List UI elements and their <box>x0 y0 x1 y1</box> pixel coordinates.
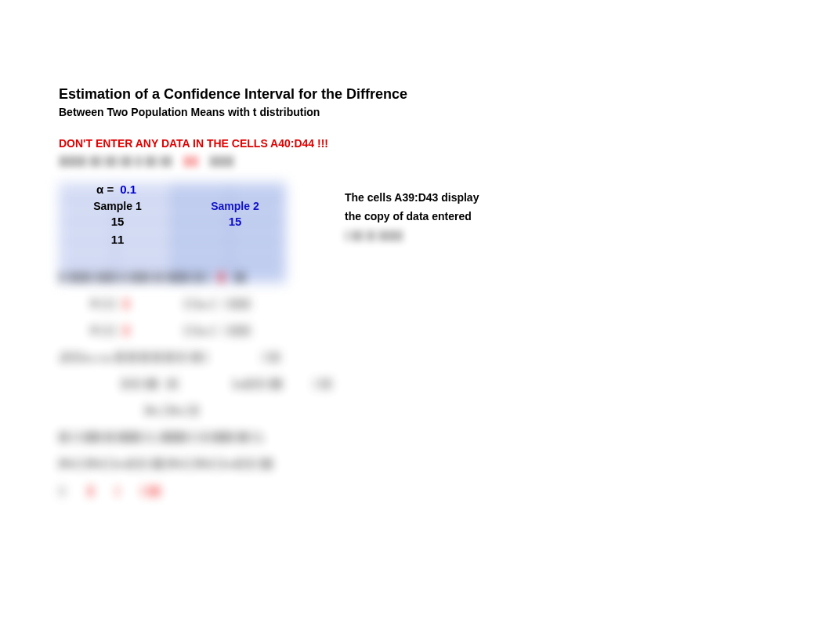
p1c: |₍ₙ₎|| || | |||| <box>233 377 283 389</box>
right-line-1: The cells A39:D43 display <box>345 191 479 204</box>
xbar-row-2: x̄ | | | || | | |₍ₙ₎ | | ||||||| <box>90 324 568 336</box>
res-a: || <box>59 483 65 497</box>
conf-b: ||| <box>217 270 226 283</box>
pair-row: || || | |||| |||| |₍ₙ₎|| || | |||| | |||… <box>121 377 568 389</box>
conf-line: || |||||||| ||||||| || ||||||| ||| |||||… <box>59 270 568 283</box>
alpha-value[interactable]: 0.1 <box>120 183 136 196</box>
xb2c: | | |₍ₙ₎ | <box>184 324 215 336</box>
input-grid-area: α = 0.1 Sample 1 Sample 2 15 15 11 <box>59 183 294 248</box>
res-c: | <box>116 483 119 497</box>
sample1-header: Sample 1 <box>59 200 176 212</box>
l1a: ,|| || |₍ₙ₁₊ₙ₂₎ ||| ||| ||| ||| ||| || |… <box>59 350 207 363</box>
xb1d: | ||||||| <box>223 297 251 309</box>
xb2a: x̄ | | | <box>90 324 115 336</box>
conf-a: || |||||||| ||||||| || ||||||| ||| |||||… <box>59 270 209 283</box>
right-info-block: The cells A39:D43 display the copy of da… <box>345 191 479 241</box>
alpha-row: α = 0.1 <box>96 183 294 196</box>
blur-text-b: ||||| <box>183 154 199 167</box>
warning-text: DON'T ENTER ANY DATA IN THE CELLS A40:D4… <box>59 137 832 150</box>
xbar-row-1: x̄ | | | || | | |₍ₙ₎ | | ||||||| <box>90 297 568 309</box>
data-row-v: 11 <box>59 230 294 248</box>
right-line-2: the copy of data entered <box>345 210 479 223</box>
data-row-n: 15 15 <box>59 212 294 230</box>
alpha-label: α = <box>96 183 114 196</box>
xb2b: || <box>123 324 129 336</box>
body-blurred-block: || |||||||| ||||||| || ||||||| ||| |||||… <box>59 270 568 497</box>
n1-cell[interactable]: 15 <box>59 212 176 230</box>
conf-c: |||| <box>233 270 246 283</box>
blur-text-a: ||||||||| |||| |||| |||| || |||| |||| <box>59 154 172 167</box>
result-row: || || | | |||| <box>59 483 568 497</box>
n2-cell[interactable]: 15 <box>176 212 294 230</box>
conc: ||| | | |||||| ||| |||||||| | |, |||||||… <box>59 430 264 443</box>
long-row-1: ,|| || |₍ₙ₁₊ₙ₂₎ ||| ||| ||| ||| ||| || |… <box>59 350 568 363</box>
fin1: |x̄₁| | |x̄₂| | |₍ₙ₎|| || | |||| |x̄₁| |… <box>59 457 273 469</box>
v2-cell-empty[interactable] <box>176 230 294 248</box>
xb1c: | | |₍ₙ₎ | <box>184 297 215 309</box>
conclusion-row: ||| | | |||||| ||| |||||||| | |, |||||||… <box>59 430 568 443</box>
v1-cell[interactable]: 11 <box>59 230 176 248</box>
dof-row: |n₁ | |n₂ | || <box>145 403 568 416</box>
sample2-header: Sample 2 <box>176 200 294 212</box>
p1a: || || | |||| <box>121 377 158 389</box>
dof: |n₁ | |n₂ | || <box>145 403 198 416</box>
blurred-warning-row: ||||||||| |||| |||| |||| || |||| |||| ||… <box>59 154 832 167</box>
samples-header-row: Sample 1 Sample 2 <box>59 200 294 212</box>
xb2d: | ||||||| <box>223 324 251 336</box>
xb1a: x̄ | | | <box>90 297 115 309</box>
page-title: Estimation of a Confidence Interval for … <box>59 86 832 103</box>
res-b: || <box>87 483 93 497</box>
p1d: | |||| <box>313 377 331 389</box>
right-line-blur: | |||| ||| |||||||| <box>345 229 479 241</box>
blur-text-c: |||||||| <box>209 154 233 167</box>
xb1b: || <box>123 297 129 309</box>
l1b: | |||| <box>262 350 280 363</box>
final-formula-row: |x̄₁| | |x̄₂| | |₍ₙ₎|| || | |||| |x̄₁| |… <box>59 457 568 469</box>
page-subtitle: Between Two Population Means with t dist… <box>59 106 832 118</box>
p1b: |||| <box>166 377 179 389</box>
res-d: | |||| <box>141 483 161 497</box>
